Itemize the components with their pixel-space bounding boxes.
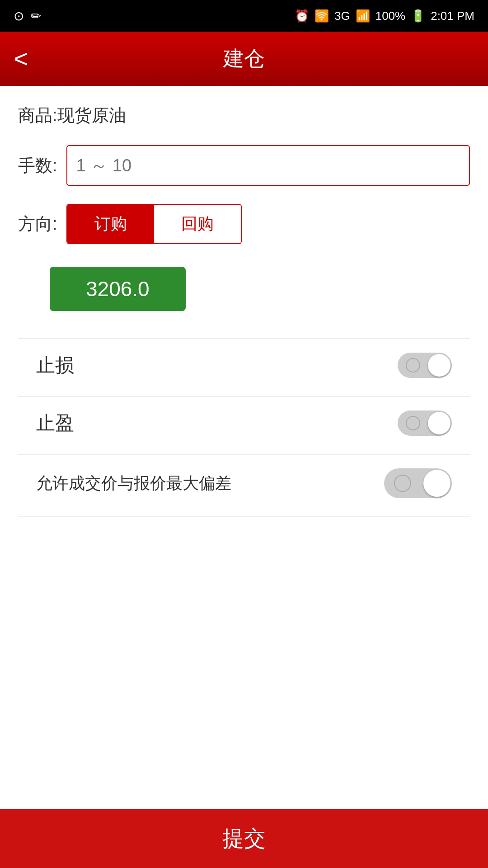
network-label: 3G xyxy=(334,9,350,23)
allow-deviation-toggle[interactable] xyxy=(384,468,452,498)
header: < 建仓 xyxy=(0,32,488,86)
allow-deviation-label: 允许成交价与报价最大偏差 xyxy=(36,472,384,495)
status-bar: ⊙ ✏ ⏰ 🛜 3G 📶 100% 🔋 2:01 PM xyxy=(0,0,488,32)
time-label: 2:01 PM xyxy=(431,9,474,23)
signal-icon: 📶 xyxy=(356,9,370,23)
status-left-icons: ⊙ ✏ xyxy=(14,9,41,24)
direction-button-group: 订购 回购 xyxy=(66,204,242,244)
page-title: 建仓 xyxy=(223,45,265,73)
wechat-icon: ⊙ xyxy=(14,9,24,24)
back-icon: < xyxy=(14,46,28,71)
stop-loss-label: 止损 xyxy=(36,353,398,378)
allow-deviation-row: 允许成交价与报价最大偏差 xyxy=(18,455,470,512)
form-content: 商品:现货原油 手数: 方向: 订购 回购 3206.0 止损 止盈 允许成交价… xyxy=(0,86,488,590)
status-right-info: ⏰ 🛜 3G 📶 100% 🔋 2:01 PM xyxy=(295,9,474,23)
hand-input[interactable] xyxy=(66,145,470,186)
stop-profit-toggle-circle xyxy=(406,416,420,430)
direction-sell-button[interactable]: 回购 xyxy=(154,205,241,243)
product-label: 商品:现货原油 xyxy=(18,104,470,127)
stop-loss-row: 止损 xyxy=(18,339,470,392)
edit-icon: ✏ xyxy=(31,9,41,24)
allow-deviation-toggle-circle xyxy=(394,475,411,492)
stop-loss-toggle[interactable] xyxy=(398,353,452,378)
direction-buy-button[interactable]: 订购 xyxy=(67,205,154,243)
wifi-icon: 🛜 xyxy=(314,9,329,23)
alarm-icon: ⏰ xyxy=(295,9,309,23)
direction-label: 方向: xyxy=(18,212,57,236)
direction-row: 方向: 订购 回购 xyxy=(18,204,470,244)
hand-count-row: 手数: xyxy=(18,145,470,186)
submit-button[interactable]: 提交 xyxy=(0,809,488,868)
stop-profit-toggle[interactable] xyxy=(398,410,452,436)
price-display[interactable]: 3206.0 xyxy=(50,267,186,311)
hand-label: 手数: xyxy=(18,154,57,177)
battery-label: 100% xyxy=(375,9,406,23)
stop-profit-label: 止盈 xyxy=(36,410,398,436)
battery-icon: 🔋 xyxy=(411,9,425,23)
stop-loss-toggle-circle xyxy=(406,358,420,373)
stop-profit-row: 止盈 xyxy=(18,397,470,449)
back-button[interactable]: < xyxy=(14,46,28,71)
